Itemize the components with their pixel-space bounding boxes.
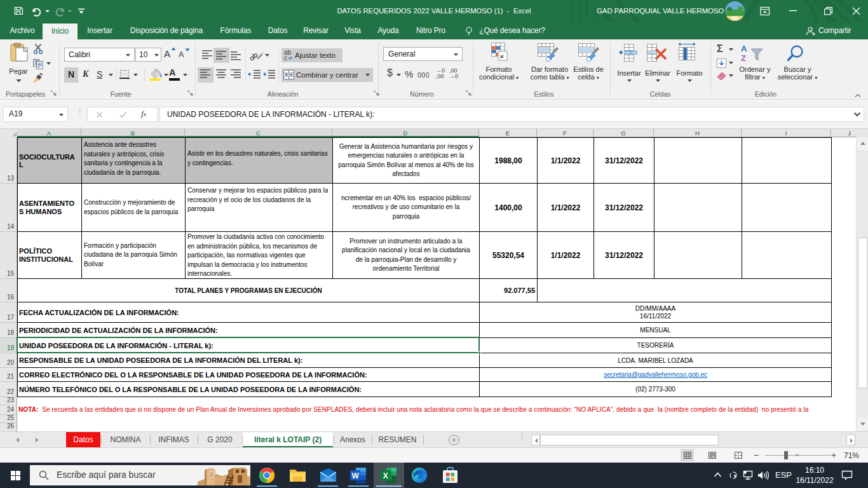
svg-text:c: c (284, 55, 287, 62)
svg-text:A: A (741, 44, 747, 53)
svg-text:X: X (383, 471, 388, 480)
svg-text:≠: ≠ (500, 53, 504, 60)
svg-text:Z: Z (741, 53, 746, 63)
svg-text:W: W (351, 471, 359, 480)
